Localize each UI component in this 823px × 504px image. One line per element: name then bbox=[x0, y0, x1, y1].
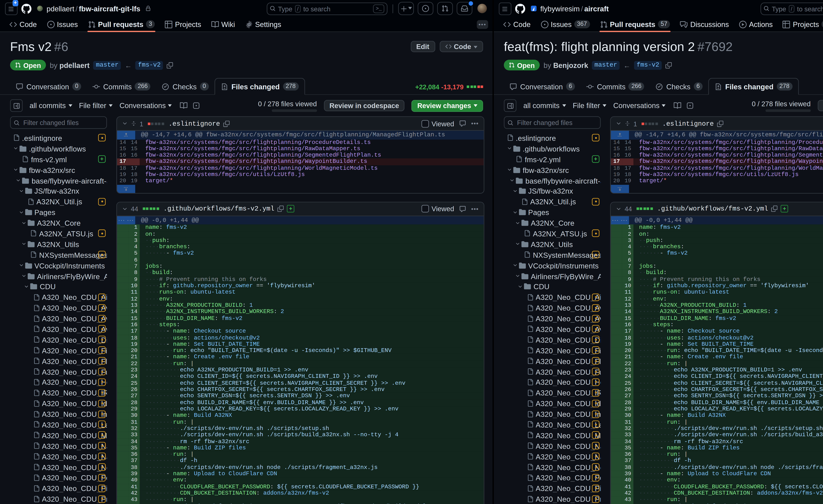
tree-item-folder[interactable]: Airliners/FlyByWire_A320_Neo bbox=[10, 271, 107, 281]
expand-hunk-button[interactable]: ······ bbox=[611, 216, 629, 225]
line-number-new[interactable]: 6 bbox=[128, 257, 140, 263]
user-avatar[interactable] bbox=[477, 4, 487, 13]
line-number-old[interactable] bbox=[611, 393, 622, 400]
line-number-new[interactable]: 9 bbox=[622, 276, 633, 283]
line-number-new[interactable]: 13 bbox=[622, 302, 633, 309]
expand-down-button[interactable] bbox=[117, 185, 135, 193]
tree-item-file[interactable]: A320_Neo_CDU_Hold... bbox=[10, 377, 107, 388]
global-search-input[interactable]: Type / to search >_ bbox=[267, 2, 387, 15]
tree-item-file[interactable]: A32NX_Util.js bbox=[10, 196, 107, 207]
hamburger-menu-button[interactable] bbox=[499, 2, 511, 15]
tree-item-folder[interactable]: Pages bbox=[10, 207, 107, 218]
nav-item-code[interactable]: Code bbox=[499, 17, 535, 31]
line-number-old[interactable] bbox=[117, 413, 128, 419]
edit-button[interactable]: Edit bbox=[410, 41, 435, 52]
file-options-button[interactable]: ••• bbox=[471, 205, 479, 212]
line-number-new[interactable]: 27 bbox=[128, 393, 140, 400]
line-number-new[interactable]: 24 bbox=[622, 373, 633, 380]
tree-item-file[interactable]: A320_Neo_CDU_Navai... bbox=[504, 451, 601, 462]
line-number-old[interactable] bbox=[611, 283, 622, 289]
line-number-new[interactable]: 32 bbox=[128, 426, 140, 432]
line-number-old[interactable] bbox=[611, 484, 622, 490]
line-number-new[interactable]: 14 bbox=[622, 139, 633, 146]
tree-item-file[interactable]: A320_Neo_CDU_Progr... bbox=[504, 494, 601, 504]
line-number-new[interactable]: 7 bbox=[622, 263, 633, 270]
line-number-new[interactable]: 21 bbox=[622, 354, 633, 360]
tab-files-changed[interactable]: Files changed278 bbox=[214, 78, 305, 95]
tree-item-file[interactable]: A32NX_ATSU.js bbox=[504, 228, 601, 239]
line-number-old[interactable] bbox=[611, 322, 622, 328]
tree-item-file[interactable]: A320_Neo_CDU_Ident... bbox=[10, 398, 107, 409]
line-number-old[interactable] bbox=[117, 322, 128, 328]
line-number-old[interactable] bbox=[611, 263, 622, 270]
line-number-new[interactable]: 25 bbox=[128, 380, 140, 387]
line-number-old[interactable]: 14 bbox=[117, 139, 128, 146]
line-number-new[interactable]: 17 bbox=[128, 328, 140, 335]
line-number-new[interactable]: 17 bbox=[622, 165, 633, 172]
line-number-old[interactable] bbox=[117, 225, 128, 231]
context-avatar[interactable] bbox=[37, 6, 43, 11]
breadcrumb-repo[interactable]: fbw-aircraft-git-lfs bbox=[79, 5, 140, 12]
tree-item-folder[interactable]: JS/fbw-a32nx bbox=[504, 186, 601, 196]
tree-item-folder[interactable]: Airliners/FlyByWire_A320_Neo bbox=[504, 271, 601, 281]
tree-item-file[interactable]: A320_Neo_CDU_Flight... bbox=[10, 355, 107, 366]
tree-item-file[interactable]: A320_Neo_CDU_Perfo... bbox=[10, 472, 107, 483]
tree-item-folder[interactable]: CDU bbox=[504, 281, 601, 292]
line-number-new[interactable]: 20 bbox=[622, 348, 633, 354]
line-number-new[interactable]: 15 bbox=[622, 315, 633, 322]
review-changes-button[interactable]: Review changes bbox=[412, 100, 483, 112]
copy-path-button[interactable] bbox=[771, 206, 778, 212]
file-name[interactable]: .github/workflows/fms-v2.yml bbox=[657, 205, 768, 213]
line-number-old[interactable] bbox=[117, 270, 128, 276]
tree-item-file[interactable]: A320_Neo_CDU_Later... bbox=[10, 419, 107, 430]
line-number-old[interactable] bbox=[611, 477, 622, 484]
line-number-old[interactable] bbox=[611, 432, 622, 438]
line-number-old[interactable] bbox=[117, 296, 128, 302]
collapse-file-tree-button[interactable] bbox=[504, 99, 516, 112]
file-filter-dropdown[interactable]: File filter bbox=[572, 102, 606, 109]
line-number-old[interactable] bbox=[611, 276, 622, 283]
line-number-new[interactable]: 12 bbox=[128, 296, 140, 302]
line-number-old[interactable] bbox=[611, 445, 622, 451]
tab-files-changed[interactable]: Files changed278 bbox=[708, 78, 799, 95]
line-number-old[interactable] bbox=[611, 335, 622, 341]
review-in-codespace-button[interactable]: Review in codespace bbox=[324, 100, 405, 111]
line-number-old[interactable] bbox=[611, 458, 622, 464]
line-number-old[interactable] bbox=[611, 270, 622, 276]
line-number-old[interactable]: 16 bbox=[611, 152, 622, 159]
tree-item-file[interactable]: A320_Neo_CDU_Pilots... bbox=[10, 483, 107, 494]
line-number-old[interactable] bbox=[611, 419, 622, 425]
line-number-old[interactable] bbox=[117, 451, 128, 458]
line-number-new[interactable]: 37 bbox=[128, 458, 140, 464]
tree-item-folder[interactable]: .github/workflows bbox=[10, 143, 107, 154]
line-number-old[interactable] bbox=[117, 315, 128, 322]
line-number-new[interactable]: 20 bbox=[128, 348, 140, 354]
line-number-new[interactable]: 29 bbox=[622, 406, 633, 412]
line-number-old[interactable] bbox=[611, 426, 622, 432]
line-number-old[interactable] bbox=[117, 263, 128, 270]
inbox-button[interactable] bbox=[457, 2, 472, 15]
tree-item-folder[interactable]: Pages bbox=[504, 207, 601, 218]
tree-item-file[interactable]: A320_Neo_CDU_Avail... bbox=[10, 302, 107, 313]
tree-item-file[interactable]: A320_Neo_CDU_IRSIn... bbox=[10, 388, 107, 398]
line-number-new[interactable]: 15 bbox=[622, 146, 633, 152]
line-number-old[interactable] bbox=[611, 348, 622, 354]
line-number-old[interactable] bbox=[611, 225, 622, 231]
tree-item-file[interactable]: A320_Neo_CDU_Perfo... bbox=[504, 472, 601, 483]
display-settings-icon[interactable] bbox=[686, 102, 694, 109]
line-number-old[interactable] bbox=[117, 432, 128, 438]
line-number-old[interactable] bbox=[117, 387, 128, 393]
book-icon[interactable] bbox=[674, 102, 682, 109]
line-number-old[interactable] bbox=[117, 367, 128, 373]
line-number-old[interactable] bbox=[611, 503, 622, 504]
line-number-new[interactable]: 41 bbox=[622, 484, 633, 490]
line-number-new[interactable]: 13 bbox=[128, 302, 140, 309]
line-number-old[interactable] bbox=[611, 251, 622, 257]
line-number-old[interactable] bbox=[117, 497, 128, 503]
tree-item-folder[interactable]: VCockpit/Instruments bbox=[10, 260, 107, 271]
line-number-new[interactable]: 33 bbox=[622, 432, 633, 438]
line-number-new[interactable]: 36 bbox=[128, 451, 140, 458]
line-number-new[interactable]: 24 bbox=[128, 373, 140, 380]
line-number-new[interactable]: 16 bbox=[128, 322, 140, 328]
context-avatar[interactable] bbox=[531, 6, 536, 11]
